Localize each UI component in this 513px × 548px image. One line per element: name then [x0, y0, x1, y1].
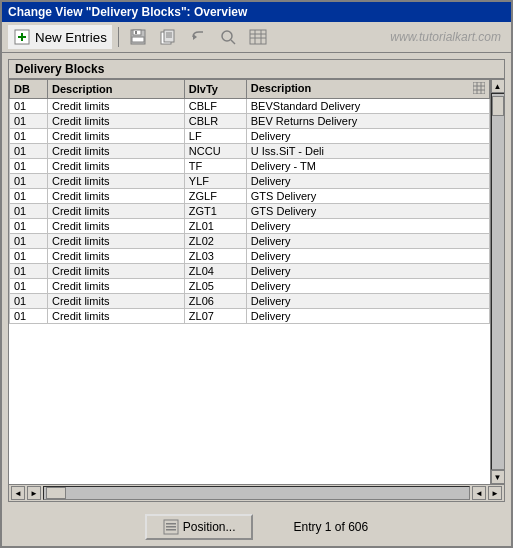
scroll-end-right[interactable]: ► [488, 486, 502, 500]
cell-description2: Delivery [246, 129, 489, 144]
new-entries-icon [13, 28, 31, 46]
cell-dlvty: LF [184, 129, 246, 144]
svg-rect-26 [166, 523, 176, 525]
cell-description2: Delivery [246, 174, 489, 189]
table-row[interactable]: 01Credit limitsZL04Delivery [10, 264, 490, 279]
position-button[interactable]: Position... [145, 514, 254, 540]
svg-line-14 [231, 40, 235, 44]
cell-db: 01 [10, 294, 48, 309]
table-row[interactable]: 01Credit limitsTFDelivery - TM [10, 159, 490, 174]
cell-description1: Credit limits [48, 294, 185, 309]
window-title: Change View "Delivery Blocks": Overview [8, 5, 247, 19]
new-entries-button[interactable]: New Entries [8, 25, 112, 49]
table-row[interactable]: 01Credit limitsLFDelivery [10, 129, 490, 144]
cell-db: 01 [10, 204, 48, 219]
table-row[interactable]: 01Credit limitsZL05Delivery [10, 279, 490, 294]
scroll-left-arrow[interactable]: ◄ [11, 486, 25, 500]
cell-description1: Credit limits [48, 114, 185, 129]
undo-icon [188, 27, 208, 47]
table-row[interactable]: 01Credit limitsZL07Delivery [10, 309, 490, 324]
cell-dlvty: ZL06 [184, 294, 246, 309]
position-button-label: Position... [183, 520, 236, 534]
col-header-description1: Description [48, 80, 185, 99]
table-settings-button[interactable] [245, 25, 271, 49]
cell-description1: Credit limits [48, 99, 185, 114]
scroll-right-arrow[interactable]: ► [27, 486, 41, 500]
table-row[interactable]: 01Credit limitsCBLFBEVStandard Delivery [10, 99, 490, 114]
cell-dlvty: YLF [184, 174, 246, 189]
table-row[interactable]: 01Credit limitsZL06Delivery [10, 294, 490, 309]
entry-info: Entry 1 of 606 [293, 520, 368, 534]
find-icon [218, 27, 238, 47]
toolbar: New Entries [2, 22, 511, 53]
table-container: Delivery Blocks DB Description DlvTy Des… [8, 59, 505, 502]
cell-db: 01 [10, 249, 48, 264]
cell-db: 01 [10, 99, 48, 114]
cell-description2: Delivery [246, 234, 489, 249]
cell-dlvty: ZGT1 [184, 204, 246, 219]
cell-dlvty: ZL04 [184, 264, 246, 279]
table-row[interactable]: 01Credit limitsYLFDelivery [10, 174, 490, 189]
cell-dlvty: ZL07 [184, 309, 246, 324]
cell-dlvty: NCCU [184, 144, 246, 159]
table-row[interactable]: 01Credit limitsZL02Delivery [10, 234, 490, 249]
scroll-up-arrow[interactable]: ▲ [491, 79, 505, 93]
cell-description1: Credit limits [48, 189, 185, 204]
right-scroll-thumb [492, 96, 504, 116]
find-button[interactable] [215, 25, 241, 49]
cell-dlvty: ZGLF [184, 189, 246, 204]
cell-description1: Credit limits [48, 174, 185, 189]
cell-description1: Credit limits [48, 129, 185, 144]
table-row[interactable]: 01Credit limitsZGLFGTS Delivery [10, 189, 490, 204]
svg-rect-5 [132, 37, 144, 42]
cell-description2: GTS Delivery [246, 204, 489, 219]
cell-description1: Credit limits [48, 234, 185, 249]
table-row[interactable]: 01Credit limitsZL03Delivery [10, 249, 490, 264]
svg-rect-28 [166, 529, 176, 531]
table-row[interactable]: 01Credit limitsCBLRBEV Returns Delivery [10, 114, 490, 129]
cell-description2: Delivery [246, 279, 489, 294]
cell-description2: U Iss.SiT - Deli [246, 144, 489, 159]
table-row[interactable]: 01Credit limitsZL01Delivery [10, 219, 490, 234]
cell-dlvty: ZL05 [184, 279, 246, 294]
table-row[interactable]: 01Credit limitsNCCUU Iss.SiT - Deli [10, 144, 490, 159]
bottom-scroll-track[interactable] [43, 486, 470, 500]
scroll-end-left[interactable]: ◄ [472, 486, 486, 500]
cell-db: 01 [10, 174, 48, 189]
cell-dlvty: ZL02 [184, 234, 246, 249]
cell-description2: Delivery - TM [246, 159, 489, 174]
undo-button[interactable] [185, 25, 211, 49]
table-header-row: DB Description DlvTy Description [10, 80, 490, 99]
cell-description2: GTS Delivery [246, 189, 489, 204]
col-header-description2: Description [246, 80, 489, 99]
cell-description1: Credit limits [48, 309, 185, 324]
cell-description1: Credit limits [48, 144, 185, 159]
title-bar: Change View "Delivery Blocks": Overview [2, 2, 511, 22]
svg-rect-15 [250, 30, 266, 44]
bottom-scrollbar-container: ◄ ► ◄ ► [9, 484, 504, 501]
cell-description2: Delivery [246, 294, 489, 309]
bottom-bar: Position... Entry 1 of 606 [2, 508, 511, 546]
table-row[interactable]: 01Credit limitsZGT1GTS Delivery [10, 204, 490, 219]
cell-db: 01 [10, 234, 48, 249]
col-settings-icon[interactable] [473, 82, 485, 96]
right-scroll-track[interactable] [491, 93, 505, 470]
cell-db: 01 [10, 114, 48, 129]
cell-description2: Delivery [246, 249, 489, 264]
cell-dlvty: ZL03 [184, 249, 246, 264]
cell-db: 01 [10, 129, 48, 144]
cell-db: 01 [10, 219, 48, 234]
cell-description1: Credit limits [48, 249, 185, 264]
table-scroll-area[interactable]: DB Description DlvTy Description [9, 79, 490, 484]
svg-rect-8 [164, 30, 174, 42]
svg-marker-12 [193, 34, 197, 40]
table-settings-icon [248, 27, 268, 47]
right-scrollbar: ▲ ▼ [490, 79, 504, 484]
cell-description2: BEV Returns Delivery [246, 114, 489, 129]
position-icon [163, 519, 179, 535]
cell-description2: Delivery [246, 219, 489, 234]
scroll-down-arrow[interactable]: ▼ [491, 470, 505, 484]
copy-button[interactable] [155, 25, 181, 49]
save-button[interactable] [125, 25, 151, 49]
cell-dlvty: TF [184, 159, 246, 174]
